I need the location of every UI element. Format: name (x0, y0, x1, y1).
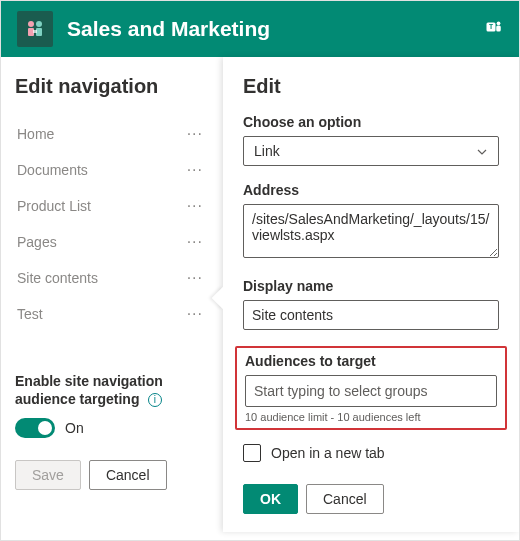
main-content: Edit navigation Home··· Documents··· Pro… (1, 57, 519, 532)
more-icon[interactable]: ··· (183, 233, 207, 251)
left-button-row: Save Cancel (15, 460, 209, 490)
audiences-hint: 10 audience limit - 10 audiences left (245, 411, 497, 423)
panel-title: Edit navigation (15, 75, 209, 98)
svg-point-7 (497, 21, 501, 25)
more-icon[interactable]: ··· (183, 161, 207, 179)
more-icon[interactable]: ··· (183, 269, 207, 287)
audiences-label: Audiences to target (245, 353, 497, 369)
nav-item-label: Pages (17, 234, 57, 250)
option-select[interactable]: Link (243, 136, 499, 166)
site-logo (17, 11, 53, 47)
cancel-button[interactable]: Cancel (306, 484, 384, 514)
edit-panel-title: Edit (243, 75, 499, 98)
display-name-label: Display name (243, 278, 499, 294)
svg-rect-8 (496, 26, 501, 32)
nav-item-pages[interactable]: Pages··· (15, 224, 209, 260)
nav-item-label: Product List (17, 198, 91, 214)
targeting-label: Enable site navigation audience targetin… (15, 373, 163, 407)
teams-icon[interactable]: T (485, 18, 503, 40)
more-icon[interactable]: ··· (183, 197, 207, 215)
address-input[interactable] (243, 204, 499, 258)
option-label: Choose an option (243, 114, 499, 130)
info-icon[interactable]: i (148, 393, 162, 407)
toggle-state-label: On (65, 420, 84, 436)
option-value: Link (254, 143, 280, 159)
nav-item-label: Home (17, 126, 54, 142)
toggle-row: On (15, 418, 209, 438)
save-button: Save (15, 460, 81, 490)
edit-link-panel: Edit Choose an option Link Address Displ… (223, 57, 519, 532)
more-icon[interactable]: ··· (183, 125, 207, 143)
nav-item-test[interactable]: Test··· (15, 296, 209, 332)
address-label: Address (243, 182, 499, 198)
audiences-highlight: Audiences to target 10 audience limit - … (235, 346, 507, 430)
audience-targeting-section: Enable site navigation audience targetin… (15, 372, 209, 438)
targeting-toggle[interactable] (15, 418, 55, 438)
svg-point-1 (36, 21, 42, 27)
chevron-down-icon (476, 145, 488, 157)
nav-item-label: Site contents (17, 270, 98, 286)
nav-item-label: Documents (17, 162, 88, 178)
newtab-label: Open in a new tab (271, 445, 385, 461)
ok-button[interactable]: OK (243, 484, 298, 514)
audiences-input[interactable] (245, 375, 497, 407)
newtab-checkbox[interactable] (243, 444, 261, 462)
option-field: Choose an option Link (243, 114, 499, 166)
site-title: Sales and Marketing (67, 17, 477, 41)
nav-list: Home··· Documents··· Product List··· Pag… (15, 116, 209, 332)
nav-item-documents[interactable]: Documents··· (15, 152, 209, 188)
nav-item-home[interactable]: Home··· (15, 116, 209, 152)
right-button-row: OK Cancel (243, 484, 499, 514)
nav-item-label: Test (17, 306, 43, 322)
display-name-input[interactable] (243, 300, 499, 330)
nav-item-product-list[interactable]: Product List··· (15, 188, 209, 224)
display-name-field: Display name (243, 278, 499, 330)
nav-item-site-contents[interactable]: Site contents··· (15, 260, 209, 296)
edit-navigation-panel: Edit navigation Home··· Documents··· Pro… (1, 57, 223, 532)
cancel-button[interactable]: Cancel (89, 460, 167, 490)
site-header: Sales and Marketing T (1, 1, 519, 57)
svg-rect-4 (33, 30, 37, 33)
newtab-row: Open in a new tab (243, 444, 499, 462)
address-field: Address (243, 182, 499, 262)
more-icon[interactable]: ··· (183, 305, 207, 323)
svg-point-0 (28, 21, 34, 27)
